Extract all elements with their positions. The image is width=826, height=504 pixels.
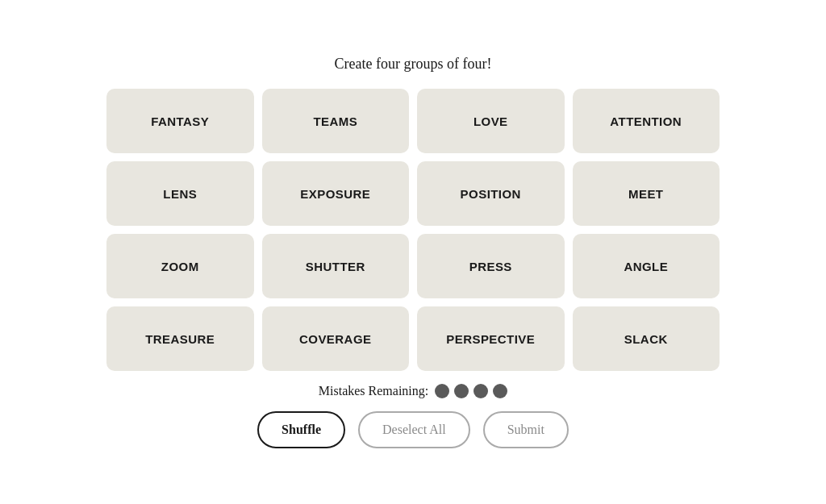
mistakes-row: Mistakes Remaining: — [319, 384, 507, 398]
mistake-dot-4 — [493, 384, 507, 398]
game-container: Create four groups of four! FANTASYTEAMS… — [106, 56, 720, 448]
tile-teams[interactable]: TEAMS — [262, 89, 410, 153]
tile-label-lens: LENS — [163, 187, 197, 201]
tile-label-treasure: TREASURE — [145, 332, 215, 346]
tile-exposure[interactable]: EXPOSURE — [262, 161, 410, 226]
tile-label-teams: TEAMS — [313, 115, 357, 128]
tile-meet[interactable]: MEET — [573, 161, 720, 226]
tile-angle[interactable]: ANGLE — [573, 234, 720, 298]
tile-label-love: LOVE — [473, 115, 508, 128]
tile-press[interactable]: PRESS — [417, 234, 565, 298]
tile-zoom[interactable]: ZOOM — [106, 234, 254, 298]
mistakes-dots — [435, 384, 507, 398]
tile-grid: FANTASYTEAMSLOVEATTENTIONLENSEXPOSUREPOS… — [106, 89, 720, 371]
tile-perspective[interactable]: PERSPECTIVE — [417, 306, 565, 371]
shuffle-button[interactable]: Shuffle — [257, 411, 345, 448]
tile-position[interactable]: POSITION — [417, 161, 565, 226]
tile-treasure[interactable]: TREASURE — [106, 306, 254, 371]
tile-attention[interactable]: ATTENTION — [573, 89, 720, 153]
mistake-dot-3 — [473, 384, 488, 398]
tile-label-coverage: COVERAGE — [299, 332, 371, 346]
tile-shutter[interactable]: SHUTTER — [262, 234, 410, 298]
tile-label-exposure: EXPOSURE — [300, 187, 370, 201]
tile-label-shutter: SHUTTER — [306, 260, 365, 273]
tile-slack[interactable]: SLACK — [573, 306, 720, 371]
tile-fantasy[interactable]: FANTASY — [106, 89, 254, 153]
mistakes-label: Mistakes Remaining: — [319, 384, 428, 398]
tile-label-press: PRESS — [469, 260, 512, 273]
buttons-row: Shuffle Deselect All Submit — [257, 411, 569, 448]
tile-label-perspective: PERSPECTIVE — [446, 332, 535, 346]
deselect-button[interactable]: Deselect All — [358, 411, 470, 448]
tile-love[interactable]: LOVE — [417, 89, 565, 153]
tile-label-zoom: ZOOM — [161, 260, 199, 273]
tile-label-attention: ATTENTION — [610, 115, 682, 128]
tile-label-position: POSITION — [461, 187, 521, 201]
tile-lens[interactable]: LENS — [106, 161, 254, 226]
subtitle: Create four groups of four! — [335, 56, 492, 73]
tile-label-slack: SLACK — [624, 332, 668, 346]
tile-label-fantasy: FANTASY — [151, 115, 209, 128]
tile-label-angle: ANGLE — [624, 260, 668, 273]
tile-label-meet: MEET — [628, 187, 663, 201]
tile-coverage[interactable]: COVERAGE — [262, 306, 410, 371]
mistake-dot-2 — [454, 384, 469, 398]
submit-button[interactable]: Submit — [483, 411, 569, 448]
mistake-dot-1 — [435, 384, 449, 398]
